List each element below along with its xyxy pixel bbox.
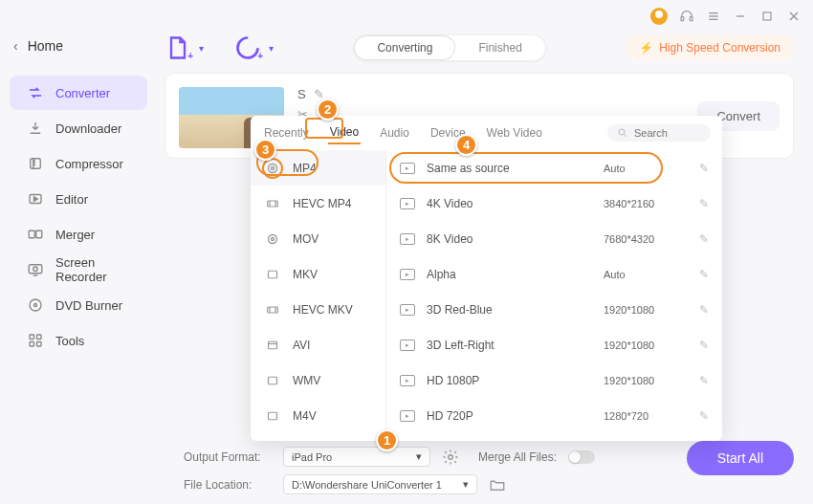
- sidebar-label: Editor: [55, 192, 88, 207]
- edit-preset-icon[interactable]: ✎: [699, 268, 709, 281]
- add-file-button[interactable]: +: [165, 34, 191, 61]
- settings-icon[interactable]: [442, 449, 459, 466]
- file-location-dropdown[interactable]: D:\Wondershare UniConverter 1 ▾: [283, 474, 477, 494]
- svg-point-29: [269, 234, 277, 243]
- svg-rect-11: [29, 230, 34, 238]
- file-location-label: File Location:: [184, 478, 272, 492]
- edit-preset-icon[interactable]: ✎: [699, 197, 709, 210]
- sidebar-label: Tools: [55, 334, 84, 348]
- tab-converting[interactable]: Converting: [354, 35, 455, 60]
- chevron-left-icon: ‹: [13, 38, 18, 54]
- converter-icon: [27, 84, 44, 101]
- close-icon[interactable]: [786, 9, 802, 24]
- svg-rect-18: [37, 335, 42, 340]
- sidebar-item-dvd-burner[interactable]: DVD Burner: [10, 288, 147, 322]
- add-file-dropdown[interactable]: ▾: [199, 43, 204, 54]
- video-box-icon: ▸: [400, 304, 415, 316]
- open-folder-icon[interactable]: [489, 476, 506, 493]
- popup-tabs: Recently Video Audio Device Web Video: [251, 116, 722, 150]
- search-input[interactable]: [634, 127, 701, 139]
- maximize-icon[interactable]: [759, 9, 775, 24]
- svg-rect-13: [29, 265, 42, 274]
- dvd-icon: [27, 296, 44, 314]
- preset-3d-left-right[interactable]: ▸3D Left-Right1920*1080✎: [386, 327, 722, 362]
- sidebar-item-merger[interactable]: Merger: [10, 217, 147, 252]
- preset-alpha[interactable]: ▸AlphaAuto✎: [386, 256, 722, 292]
- headset-icon[interactable]: [679, 9, 694, 24]
- output-format-value: iPad Pro: [292, 451, 332, 463]
- bolt-icon: ⚡: [639, 41, 653, 55]
- format-icon: [262, 193, 283, 214]
- preset-4k[interactable]: ▸4K Video3840*2160✎: [386, 186, 722, 221]
- chevron-down-icon: ▾: [416, 450, 422, 463]
- format-hevc-mp4[interactable]: HEVC MP4: [251, 186, 385, 221]
- video-box-icon: ▸: [400, 269, 415, 280]
- format-mov[interactable]: MOV: [251, 221, 385, 256]
- preset-3d-red-blue[interactable]: ▸3D Red-Blue1920*1080✎: [386, 292, 722, 327]
- edit-preset-icon[interactable]: ✎: [699, 339, 709, 352]
- svg-rect-17: [30, 335, 34, 340]
- high-speed-conversion-button[interactable]: ⚡ High Speed Conversion: [626, 35, 794, 60]
- format-list: MP4 HEVC MP4 MOV MKV HEVC MKV AVI WMV M4…: [251, 150, 386, 441]
- sidebar-item-converter[interactable]: Converter: [10, 76, 147, 110]
- preset-same-as-source[interactable]: ▸Same as sourceAuto✎: [386, 150, 722, 186]
- output-format-label: Output Format:: [184, 450, 272, 464]
- toolbar: + ▾ + ▾ Converting Finished ⚡ Hi: [165, 23, 794, 73]
- svg-rect-38: [269, 412, 277, 420]
- preset-hd-720p[interactable]: ▸HD 720P1280*720✎: [386, 398, 722, 433]
- edit-preset-icon[interactable]: ✎: [699, 303, 709, 317]
- file-name-partial: S: [297, 87, 306, 101]
- sidebar-item-screen-recorder[interactable]: Screen Recorder: [10, 252, 147, 287]
- editor-icon: [27, 190, 44, 208]
- format-m4v[interactable]: M4V: [251, 398, 385, 433]
- callout-4: 4: [455, 134, 477, 156]
- format-hevc-mkv[interactable]: HEVC MKV: [251, 292, 385, 327]
- sidebar-item-compressor[interactable]: Compressor: [10, 146, 147, 181]
- menu-icon[interactable]: [706, 9, 721, 24]
- sidebar-label: Compressor: [55, 157, 123, 171]
- popup-tab-web-video[interactable]: Web Video: [485, 122, 544, 143]
- user-avatar-icon[interactable]: [650, 8, 668, 25]
- screen-recorder-icon: [27, 261, 44, 278]
- format-wmv[interactable]: WMV: [251, 362, 385, 398]
- preset-8k[interactable]: ▸8K Video7680*4320✎: [386, 221, 722, 256]
- merge-toggle[interactable]: [568, 450, 595, 464]
- video-box-icon: ▸: [400, 198, 415, 209]
- svg-point-25: [272, 166, 275, 169]
- start-all-button[interactable]: Start All: [687, 441, 794, 475]
- callout-1: 1: [376, 429, 398, 451]
- svg-point-14: [33, 267, 38, 272]
- svg-rect-37: [269, 377, 277, 384]
- format-icon: [262, 229, 283, 250]
- format-icon: [262, 264, 283, 285]
- preset-hd-1080p[interactable]: ▸HD 1080P1920*1080✎: [386, 362, 722, 398]
- svg-rect-0: [681, 17, 684, 21]
- svg-point-30: [272, 237, 275, 240]
- edit-preset-icon[interactable]: ✎: [699, 162, 709, 175]
- minimize-icon[interactable]: [733, 9, 748, 24]
- add-dvd-dropdown[interactable]: ▾: [269, 43, 274, 54]
- svg-rect-12: [36, 230, 42, 238]
- status-tabs: Converting Finished: [353, 34, 545, 61]
- popup-tab-video[interactable]: Video: [328, 121, 361, 144]
- popup-search[interactable]: [607, 124, 711, 142]
- svg-line-23: [625, 134, 627, 137]
- format-mkv[interactable]: MKV: [251, 256, 385, 292]
- edit-preset-icon[interactable]: ✎: [699, 232, 709, 246]
- sidebar-item-downloader[interactable]: Downloader: [10, 111, 147, 145]
- svg-rect-9: [31, 159, 41, 169]
- search-icon: [617, 127, 628, 139]
- svg-point-16: [34, 304, 37, 307]
- format-avi[interactable]: AVI: [251, 327, 385, 362]
- sidebar-label: Converter: [55, 86, 110, 100]
- home-nav[interactable]: ‹ Home: [0, 29, 157, 63]
- sidebar-item-tools[interactable]: Tools: [10, 323, 147, 358]
- edit-preset-icon[interactable]: ✎: [699, 409, 709, 423]
- popup-tab-audio[interactable]: Audio: [378, 122, 411, 143]
- add-dvd-button[interactable]: +: [234, 34, 261, 61]
- sidebar-item-editor[interactable]: Editor: [10, 182, 147, 216]
- compress-icon: [27, 155, 44, 172]
- tab-finished[interactable]: Finished: [455, 35, 544, 60]
- output-format-dropdown[interactable]: iPad Pro ▾: [283, 447, 430, 467]
- edit-preset-icon[interactable]: ✎: [699, 374, 709, 387]
